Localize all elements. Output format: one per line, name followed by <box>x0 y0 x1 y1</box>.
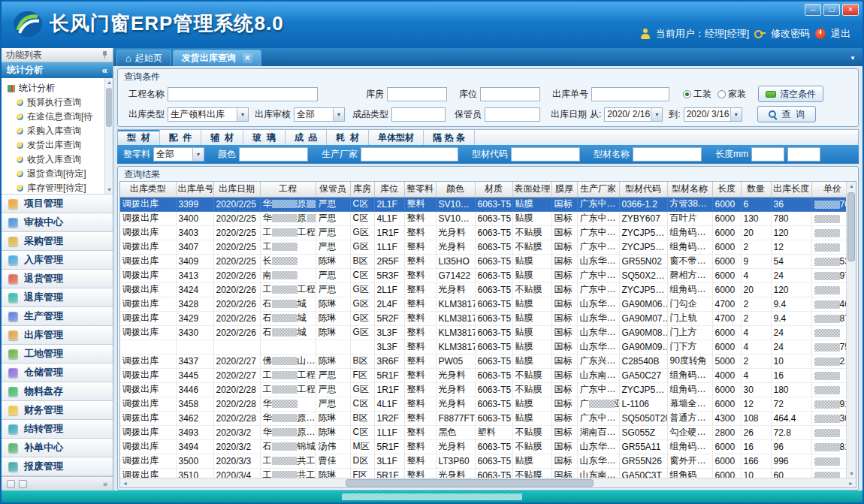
tree-item[interactable]: 发货出库查询 <box>8 138 104 152</box>
sidebar-menu-item[interactable]: 工地管理 <box>2 345 113 364</box>
column-header[interactable]: 出库日期 <box>213 182 260 197</box>
table-row[interactable]: 调拨出库34072020/2/25工严思G区1L1F整料光身料6063-T5不贴… <box>120 240 846 254</box>
sidebar-menu-item[interactable]: 补单中心 <box>2 439 113 457</box>
column-header[interactable]: 单价 <box>811 182 846 197</box>
material-tab[interactable]: 隔 热 条 <box>424 130 475 145</box>
column-header[interactable]: 数量 <box>741 182 771 197</box>
list-view-icon[interactable] <box>7 480 15 488</box>
save-layout-icon[interactable] <box>19 480 27 488</box>
table-row[interactable]: 3L3F整料KLM38176063-T5贴膜国标山东华…GA90M09…门下方6… <box>120 340 846 354</box>
column-header[interactable]: 库位 <box>374 182 404 197</box>
profile-code-input[interactable] <box>511 147 580 161</box>
scroll-right-icon[interactable]: ► <box>848 481 853 486</box>
tree-item[interactable]: 采购入库查询 <box>8 124 104 138</box>
profile-name-input[interactable] <box>633 147 702 161</box>
table-row[interactable]: 调拨出库34452020/2/27工工程严思F区5R1F整料光身料6063-T5… <box>120 368 846 382</box>
column-header[interactable]: 出库单号 <box>176 182 213 197</box>
horizontal-scrollbar[interactable]: ◄ ► <box>120 478 856 487</box>
table-row[interactable]: 调拨出库34302020/2/26石城陈琳G区3L3F整料KLM38176063… <box>120 325 846 340</box>
tree-item[interactable]: 库存管理[待定] <box>8 181 104 195</box>
audit-select[interactable]: 全部 ▼ <box>294 107 345 122</box>
table-row[interactable]: 调拨出库35102020/3/4工共工程陈琳F区5R1F整料光身料6063-T5… <box>120 468 846 478</box>
sidebar-menu-item[interactable]: 入库管理 <box>2 251 113 270</box>
scroll-left-icon[interactable]: ◄ <box>122 481 128 486</box>
table-row[interactable]: 调拨出库35002020/3/3工共工程曹佳D区3L1F整料LT3P606063… <box>120 454 846 468</box>
column-header[interactable]: 工程 <box>260 182 316 197</box>
sidebar-menu-item[interactable]: 结转管理 <box>2 420 113 439</box>
tab-list-dropdown-icon[interactable]: ▼ <box>850 55 856 62</box>
tab-close-icon[interactable]: × <box>243 53 252 63</box>
color-input[interactable] <box>239 147 308 161</box>
sidebar-menu-item[interactable]: 财务管理 <box>2 401 113 420</box>
sidebar-menu-item[interactable]: 物料盘存 <box>2 382 113 401</box>
material-tab[interactable]: 耗 材 <box>327 130 369 145</box>
tab-start-page[interactable]: ⌂ 起始页 <box>116 50 171 66</box>
scroll-down-icon[interactable]: ▼ <box>106 187 113 192</box>
scroll-up-icon[interactable]: ▲ <box>849 183 854 189</box>
sidebar-menu-item[interactable]: 采购管理 <box>2 232 113 251</box>
sidebar-menu-item[interactable]: 生产管理 <box>2 307 113 326</box>
warehouse-input[interactable] <box>387 87 447 101</box>
tree-item[interactable]: 预算执行查询 <box>8 95 104 110</box>
minimize-button[interactable]: – <box>805 4 821 16</box>
column-header[interactable]: 膜厚 <box>551 182 577 197</box>
logout-link[interactable]: 退出 <box>831 27 850 41</box>
tree-scroll-thumb[interactable] <box>106 88 112 127</box>
table-row[interactable]: 调拨出库34622020/2/28华原…陈琳B区1R2F整料F8877FT606… <box>120 411 846 425</box>
table-row[interactable]: 调拨出库34242020/2/26工工程严思G区2L1F整料光身料6063-T5… <box>120 282 846 297</box>
column-header[interactable]: 型材名称 <box>667 182 712 197</box>
tree-item[interactable]: 在途信息查询[待 <box>8 110 104 124</box>
tree-scrollbar[interactable]: ▲ ▼ <box>104 78 113 194</box>
date-to-picker[interactable]: 2020/ 3/16 ▼ <box>684 107 742 122</box>
column-header[interactable]: 出库长度 <box>771 182 811 197</box>
more-buttons-chevron[interactable]: » <box>103 479 107 488</box>
collapse-icon[interactable]: « <box>102 65 107 76</box>
column-header[interactable]: 型材代码 <box>619 182 667 197</box>
sidebar-menu-item[interactable]: 报废管理 <box>2 457 113 476</box>
change-password-link[interactable]: 修改密码 <box>771 27 810 41</box>
table-row[interactable]: 调拨出库34942020/3/2石锦城汤伟M区5R1F整料光身料6063-T5不… <box>120 439 846 454</box>
close-button[interactable]: × <box>842 4 859 16</box>
radio-gongzhuang[interactable]: 工装 <box>683 88 711 101</box>
manufacturer-input[interactable] <box>361 147 458 161</box>
keeper-input[interactable] <box>485 107 540 122</box>
material-tab[interactable]: 配 件 <box>160 130 202 145</box>
column-header[interactable]: 材质 <box>475 182 512 197</box>
sidebar-menu-item[interactable]: 退库管理 <box>2 288 113 307</box>
table-row[interactable]: 调拨出库34372020/2/27佛山…陈琳B区3R6F整料PW056063-T… <box>120 354 846 368</box>
material-tab[interactable]: 单体型材 <box>369 130 424 145</box>
table-row[interactable]: 调拨出库33992020/2/25华原严思C区2L1F整料SV10…6063-T… <box>120 197 846 211</box>
material-tab[interactable]: 玻 璃 <box>243 130 285 145</box>
grid-header-row[interactable]: 出库类型出库单号出库日期工程保管员库房库位整零料颜色材质表面处理膜厚生产厂家型材… <box>120 182 846 197</box>
column-header[interactable]: 长度 <box>712 182 741 197</box>
sidebar-section-statistics[interactable]: 统计分析 « <box>2 62 113 78</box>
material-tab[interactable]: 型 材 <box>118 130 160 145</box>
material-tab[interactable]: 成 品 <box>285 130 328 145</box>
radio-jiazhuang[interactable]: 家装 <box>717 88 746 101</box>
tree-item[interactable]: 退货查询[待定] <box>8 167 104 181</box>
table-row[interactable]: 调拨出库34092020/2/25长陈琳B区2R5F整料LI35HO6063-T… <box>120 254 846 268</box>
clear-conditions-button[interactable]: 清空条件 <box>758 86 823 102</box>
maximize-button[interactable]: □ <box>823 4 840 16</box>
location-input[interactable] <box>480 87 540 101</box>
material-tab[interactable]: 辅 材 <box>201 130 243 145</box>
table-row[interactable]: 调拨出库34032020/2/25工工程严思G区1R1F整料光身料6063-T5… <box>120 225 846 240</box>
outbound-type-select[interactable]: 生产领料出库 ▼ <box>168 107 249 122</box>
whole-part-select[interactable]: 全部 ▼ <box>153 147 204 161</box>
table-row[interactable]: 调拨出库34292020/2/26石城陈琳G区5R2F整料KLM38176063… <box>120 311 846 325</box>
length-max-input[interactable] <box>787 147 820 161</box>
scroll-down-icon[interactable]: ▼ <box>849 471 854 476</box>
product-type-input[interactable] <box>391 107 446 122</box>
column-header[interactable]: 表面处理 <box>512 182 551 197</box>
project-name-input[interactable] <box>168 87 318 101</box>
table-row[interactable]: 调拨出库34932020/3/2华原…陈琳C区1L1F整料黑色塑料不贴膜国标湖南… <box>120 425 846 439</box>
tree-root-statistics[interactable]: 统计分析 <box>8 81 104 95</box>
table-row[interactable]: 调拨出库34002020/2/25华原严思C区4L1F整料SV10…6063-T… <box>120 211 846 225</box>
tab-shipping-outbound-query[interactable]: 发货出库查询 × <box>173 50 261 66</box>
table-row[interactable]: 调拨出库34132020/2/26南严思C区5R3F整料G714226063-T… <box>120 268 846 282</box>
pin-icon[interactable] <box>101 50 108 59</box>
sidebar-menu-item[interactable]: 项目管理 <box>2 195 113 213</box>
table-row[interactable]: 调拨出库34462020/2/28工工程严思G区1R1F整料光身料6063-T5… <box>120 382 846 397</box>
vertical-scrollbar[interactable]: ▲ ▼ <box>846 182 856 478</box>
vertical-scroll-thumb[interactable] <box>847 192 855 261</box>
